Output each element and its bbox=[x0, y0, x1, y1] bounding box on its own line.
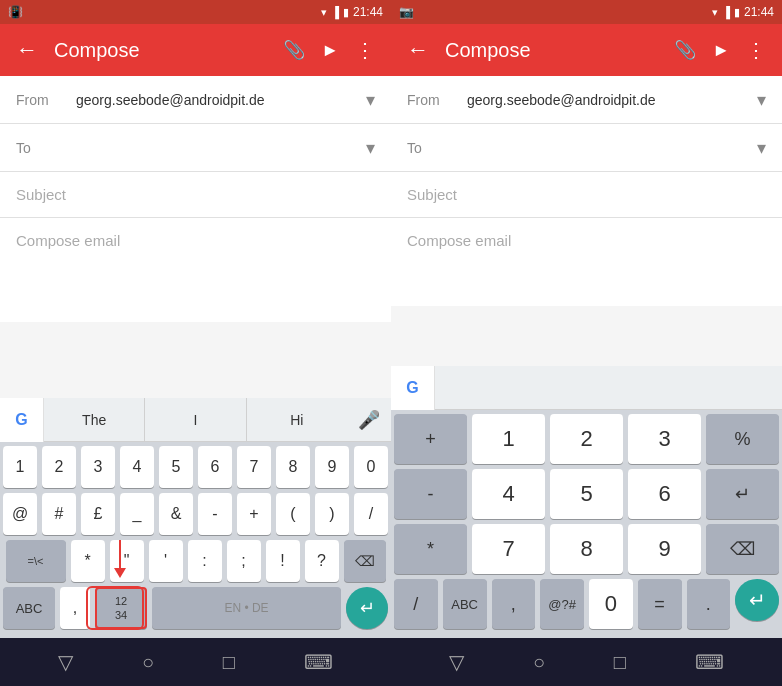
subject-field-right[interactable]: Subject bbox=[391, 172, 782, 218]
suggestion-i[interactable]: I bbox=[145, 398, 246, 441]
back-nav-icon-right[interactable]: ▽ bbox=[449, 650, 464, 674]
key-atqm[interactable]: @?# bbox=[540, 579, 584, 629]
key-at[interactable]: @ bbox=[3, 493, 37, 535]
key-num-3[interactable]: 3 bbox=[628, 414, 701, 464]
keyboard-nav-icon-left[interactable]: ⌨ bbox=[304, 650, 333, 674]
key-question[interactable]: ? bbox=[305, 540, 339, 582]
google-g-icon-left: G bbox=[0, 398, 44, 442]
key-num-7[interactable]: 7 bbox=[472, 524, 545, 574]
key-comma-right[interactable]: , bbox=[492, 579, 536, 629]
key-9[interactable]: 9 bbox=[315, 446, 349, 488]
key-semicolon[interactable]: ; bbox=[227, 540, 261, 582]
key-7[interactable]: 7 bbox=[237, 446, 271, 488]
to-row-right[interactable]: To ▾ bbox=[391, 124, 782, 172]
compose-field-left[interactable]: Compose email bbox=[0, 218, 391, 322]
home-nav-icon-left[interactable]: ○ bbox=[142, 651, 154, 674]
key-plus[interactable]: + bbox=[237, 493, 271, 535]
key-minus-num[interactable]: - bbox=[394, 469, 467, 519]
app-bar-left: ← Compose 📎 ► ⋮ bbox=[0, 24, 391, 76]
key-ampersand[interactable]: & bbox=[159, 493, 193, 535]
key-exclaim[interactable]: ! bbox=[266, 540, 300, 582]
key-star-num[interactable]: * bbox=[394, 524, 467, 574]
key-num-9[interactable]: 9 bbox=[628, 524, 701, 574]
key-pound[interactable]: £ bbox=[81, 493, 115, 535]
key-rparen[interactable]: ) bbox=[315, 493, 349, 535]
nav-bar-right: ▽ ○ □ ⌨ bbox=[391, 638, 782, 686]
attach-icon-right[interactable]: 📎 bbox=[674, 39, 696, 61]
lang-key-left[interactable]: EN • DE bbox=[152, 587, 341, 629]
send-button[interactable]: ► bbox=[321, 40, 339, 61]
key-squote[interactable]: ' bbox=[149, 540, 183, 582]
key-3[interactable]: 3 bbox=[81, 446, 115, 488]
to-label-right: To bbox=[407, 140, 467, 156]
key-dot-right[interactable]: . bbox=[687, 579, 731, 629]
key-num-5[interactable]: 5 bbox=[550, 469, 623, 519]
key-num-8[interactable]: 8 bbox=[550, 524, 623, 574]
recents-nav-icon-left[interactable]: □ bbox=[223, 651, 235, 674]
back-button-right[interactable]: ← bbox=[407, 37, 429, 63]
key-num-2[interactable]: 2 bbox=[550, 414, 623, 464]
key-num-1[interactable]: 1 bbox=[472, 414, 545, 464]
send-button-right[interactable]: ► bbox=[712, 40, 730, 61]
from-arrow-left[interactable]: ▾ bbox=[366, 89, 375, 111]
back-nav-icon-left[interactable]: ▽ bbox=[58, 650, 73, 674]
key-2[interactable]: 2 bbox=[42, 446, 76, 488]
key-lparen[interactable]: ( bbox=[276, 493, 310, 535]
num-row-4: / ABC , @?# 0 = . ↵ bbox=[394, 579, 779, 629]
key-num-4[interactable]: 4 bbox=[472, 469, 545, 519]
key-row-numbers: 1 2 3 4 5 6 7 8 9 0 bbox=[3, 446, 388, 488]
wifi-icon: ▾ bbox=[321, 6, 327, 19]
key-5[interactable]: 5 bbox=[159, 446, 193, 488]
to-arrow-right[interactable]: ▾ bbox=[757, 137, 766, 159]
keyboard-nav-icon-right[interactable]: ⌨ bbox=[695, 650, 724, 674]
key-4[interactable]: 4 bbox=[120, 446, 154, 488]
compose-field-right[interactable]: Compose email bbox=[391, 218, 782, 306]
to-row-left[interactable]: To ▾ bbox=[0, 124, 391, 172]
key-0[interactable]: 0 bbox=[354, 446, 388, 488]
signal-icon: ▐ bbox=[331, 6, 339, 18]
time-display: 21:44 bbox=[353, 5, 383, 19]
key-dquote[interactable]: " bbox=[110, 540, 144, 582]
abc-key-left[interactable]: ABC bbox=[3, 587, 55, 629]
attach-icon[interactable]: 📎 bbox=[283, 39, 305, 61]
key-div-num[interactable]: / bbox=[394, 579, 438, 629]
backspace-key-left[interactable]: ⌫ bbox=[344, 540, 386, 582]
mic-icon-left[interactable]: 🎤 bbox=[347, 398, 391, 442]
key-8[interactable]: 8 bbox=[276, 446, 310, 488]
key-dash[interactable]: - bbox=[198, 493, 232, 535]
backspace-key-right[interactable]: ⌫ bbox=[706, 524, 779, 574]
status-bar-left: 📳 ▾ ▐ ▮ 21:44 bbox=[0, 0, 391, 24]
key-6[interactable]: 6 bbox=[198, 446, 232, 488]
key-num-0[interactable]: 0 bbox=[589, 579, 633, 629]
key-colon[interactable]: : bbox=[188, 540, 222, 582]
key-eq[interactable]: = bbox=[638, 579, 682, 629]
key-slash[interactable]: / bbox=[354, 493, 388, 535]
abc-key-right[interactable]: ABC bbox=[443, 579, 487, 629]
more-icon-right[interactable]: ⋮ bbox=[746, 38, 766, 62]
key-equals-switch[interactable]: =\< bbox=[6, 540, 66, 582]
to-arrow-left[interactable]: ▾ bbox=[366, 137, 375, 159]
num-row-1: + 1 2 3 % bbox=[394, 414, 779, 464]
suggestion-hi[interactable]: Hi bbox=[247, 398, 347, 441]
suggestion-the[interactable]: The bbox=[44, 398, 145, 441]
suggestions-bar-right: G bbox=[391, 366, 782, 410]
key-hash[interactable]: # bbox=[42, 493, 76, 535]
comma-key-left[interactable]: , bbox=[60, 587, 90, 629]
back-button[interactable]: ← bbox=[16, 37, 38, 63]
key-num-6[interactable]: 6 bbox=[628, 469, 701, 519]
enter-key-left[interactable]: ↵ bbox=[346, 587, 388, 629]
key-enter-right[interactable]: ↵ bbox=[735, 579, 779, 621]
nums-key-left[interactable]: 1234 bbox=[95, 587, 147, 629]
key-asterisk[interactable]: * bbox=[71, 540, 105, 582]
more-icon[interactable]: ⋮ bbox=[355, 38, 375, 62]
key-plus-num[interactable]: + bbox=[394, 414, 467, 464]
key-underscore[interactable]: _ bbox=[120, 493, 154, 535]
subject-field-left[interactable]: Subject bbox=[0, 172, 391, 218]
key-return-num[interactable]: ↵ bbox=[706, 469, 779, 519]
home-nav-icon-right[interactable]: ○ bbox=[533, 651, 545, 674]
key-pct[interactable]: % bbox=[706, 414, 779, 464]
key-1[interactable]: 1 bbox=[3, 446, 37, 488]
from-row-right: From georg.seebode@androidpit.de ▾ bbox=[391, 76, 782, 124]
recents-nav-icon-right[interactable]: □ bbox=[614, 651, 626, 674]
from-arrow-right[interactable]: ▾ bbox=[757, 89, 766, 111]
